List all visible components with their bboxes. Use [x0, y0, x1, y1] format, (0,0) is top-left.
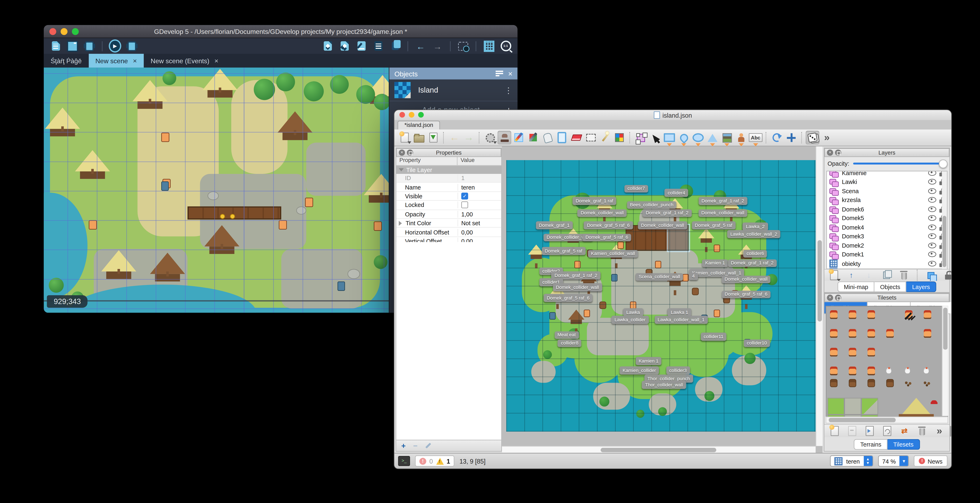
- map-object-label[interactable]: Lawka_collider: [611, 316, 649, 324]
- zoom-window-icon[interactable]: [418, 112, 424, 117]
- insert-template-icon[interactable]: [735, 131, 748, 145]
- map-object-label[interactable]: Lawka_collider_wall_1: [654, 316, 708, 324]
- filter-icon[interactable]: [496, 70, 503, 76]
- tileset-overflow-icon[interactable]: »: [932, 424, 947, 438]
- add-property-icon[interactable]: +: [401, 441, 406, 450]
- tileset-zoom-select[interactable]: 100 % ▾: [950, 426, 951, 436]
- raise-layer-icon[interactable]: ↑: [845, 268, 858, 282]
- insert-ellipse-icon[interactable]: [691, 131, 705, 145]
- visibility-eye-icon[interactable]: [928, 243, 936, 248]
- map-object-label[interactable]: Domek_graf_5 raf: [542, 247, 585, 255]
- tab-mini-map[interactable]: Mini-map: [838, 281, 875, 292]
- map-object-label[interactable]: Domek_collider_wall: [721, 276, 770, 284]
- visibility-eye-icon[interactable]: [928, 188, 936, 193]
- document-tab[interactable]: *island.json: [398, 121, 440, 129]
- visibility-eye-icon[interactable]: [928, 197, 936, 203]
- scene-editor-canvas[interactable]: 929;343: [44, 67, 389, 313]
- property-row-tint-color[interactable]: Tint ColorNot set: [396, 219, 501, 228]
- map-object-label[interactable]: Domek_collider_wall: [638, 221, 687, 229]
- toggle-grid-icon[interactable]: [482, 40, 495, 52]
- map-object-label[interactable]: Lawka: [623, 308, 643, 316]
- layer-row-domek6[interactable]: Domek6: [827, 204, 947, 214]
- map-object-label[interactable]: Kamien_collider: [620, 367, 659, 374]
- property-value[interactable]: 1: [458, 175, 501, 182]
- new-map-icon[interactable]: [398, 131, 411, 145]
- map-object-label[interactable]: Domek_graf_1 raf_2: [698, 197, 747, 205]
- map-object-label[interactable]: Domek_graf_1 raf_2: [643, 209, 692, 217]
- checkbox-visible[interactable]: ✓: [461, 193, 468, 200]
- tab-new-scene-events-[interactable]: New scene (Events)×: [144, 54, 225, 67]
- property-value[interactable]: [458, 201, 501, 209]
- map-object-label[interactable]: Domek_collider_wall: [578, 209, 627, 217]
- move-layer-icon[interactable]: [784, 131, 798, 145]
- duplicate-layer-icon[interactable]: [880, 268, 893, 282]
- visibility-eye-icon[interactable]: [928, 233, 936, 239]
- map-object-label[interactable]: Bees_collider_punch: [627, 201, 676, 209]
- map-object-label[interactable]: 4: [689, 272, 698, 280]
- insert-tile-icon[interactable]: [720, 131, 734, 145]
- property-row-name[interactable]: Nameteren: [396, 183, 501, 192]
- visibility-eye-icon[interactable]: [928, 206, 936, 212]
- zoom-icon[interactable]: 1:1: [500, 40, 512, 52]
- map-object-label[interactable]: collider8: [558, 339, 582, 347]
- project-manager-icon[interactable]: [49, 40, 62, 52]
- map-object-label[interactable]: collider6: [743, 250, 767, 258]
- map-object-label[interactable]: Domek_graf_5 raf_6: [584, 221, 633, 229]
- edit-polygons-icon[interactable]: [634, 131, 648, 145]
- property-row-id[interactable]: ID1: [396, 174, 501, 183]
- layer-row-domek4[interactable]: Domek4: [827, 223, 947, 232]
- insert-rectangle-icon[interactable]: [662, 131, 676, 145]
- opacity-slider[interactable]: [853, 163, 946, 164]
- remove-layer-icon[interactable]: [897, 268, 911, 282]
- visibility-eye-icon[interactable]: [928, 216, 936, 221]
- news-button[interactable]: ! News: [914, 455, 948, 467]
- map-object-label[interactable]: Lawka_collider_wall_2: [727, 230, 780, 238]
- property-value[interactable]: teren: [458, 184, 501, 190]
- new-tileset-icon[interactable]: [827, 424, 841, 438]
- insert-point-icon[interactable]: [677, 131, 690, 145]
- layer-row-lawki[interactable]: Lawki: [827, 177, 947, 187]
- map-object-label[interactable]: Kamien 1: [636, 357, 662, 365]
- terrain-brush-icon[interactable]: [512, 131, 526, 145]
- close-panel-icon[interactable]: ×: [399, 150, 405, 156]
- property-value[interactable]: 0,00: [458, 229, 501, 236]
- stamp-brush-icon[interactable]: [498, 131, 511, 145]
- zoom-window-icon[interactable]: [72, 28, 79, 35]
- close-window-icon[interactable]: [49, 28, 56, 35]
- layer-row-domek1[interactable]: Domek1: [827, 250, 947, 259]
- magic-wand-icon[interactable]: [584, 131, 598, 145]
- visibility-eye-icon[interactable]: [928, 224, 936, 230]
- property-value[interactable]: ✓: [458, 193, 501, 200]
- map-zoom-select[interactable]: 74 % ▾: [878, 455, 909, 467]
- highlight-layer-icon[interactable]: [924, 268, 937, 282]
- tileset-view[interactable]: [826, 306, 948, 417]
- tab--[interactable]: Śţàŕţ Ṗàĝē: [44, 54, 88, 67]
- float-panel-icon[interactable]: [407, 150, 413, 156]
- property-value[interactable]: 1,00: [458, 211, 501, 218]
- open-layers-panel-icon[interactable]: [389, 40, 401, 52]
- float-panel-icon[interactable]: [835, 295, 841, 301]
- export-tileset-icon[interactable]: [862, 424, 876, 438]
- stamp-options-icon[interactable]: [483, 131, 497, 145]
- embed-tileset-icon[interactable]: [845, 424, 859, 438]
- tile-stamps-icon[interactable]: [612, 131, 626, 145]
- remove-tileset-icon[interactable]: [915, 424, 929, 438]
- tab-new-scene[interactable]: New scene×: [88, 54, 143, 67]
- map-object-label[interactable]: Lawka_2: [743, 223, 768, 231]
- map-object-label[interactable]: Lawka 1: [668, 308, 691, 316]
- map-object-label[interactable]: Scena_collider_wall: [636, 273, 683, 281]
- bucket-fill-icon[interactable]: [526, 131, 540, 145]
- rotate-icon[interactable]: [770, 131, 784, 145]
- insert-text-icon[interactable]: Abc: [749, 131, 762, 145]
- map-object-label[interactable]: Domek_graf_1: [536, 221, 573, 229]
- map-object-label[interactable]: collider11: [701, 332, 727, 340]
- object-list-item[interactable]: Island ⋮: [389, 80, 518, 101]
- visibility-eye-icon[interactable]: [928, 179, 936, 185]
- issues-counter[interactable]: ! 0 1: [415, 455, 454, 467]
- map-object-label[interactable]: Domek_graf_5 raf_6: [582, 234, 631, 241]
- minimize-window-icon[interactable]: [61, 28, 68, 35]
- visibility-eye-icon[interactable]: [928, 171, 936, 176]
- open-object-groups-icon[interactable]: [338, 40, 351, 52]
- rectangular-select-icon[interactable]: [569, 131, 583, 145]
- close-panel-icon[interactable]: ×: [827, 295, 833, 301]
